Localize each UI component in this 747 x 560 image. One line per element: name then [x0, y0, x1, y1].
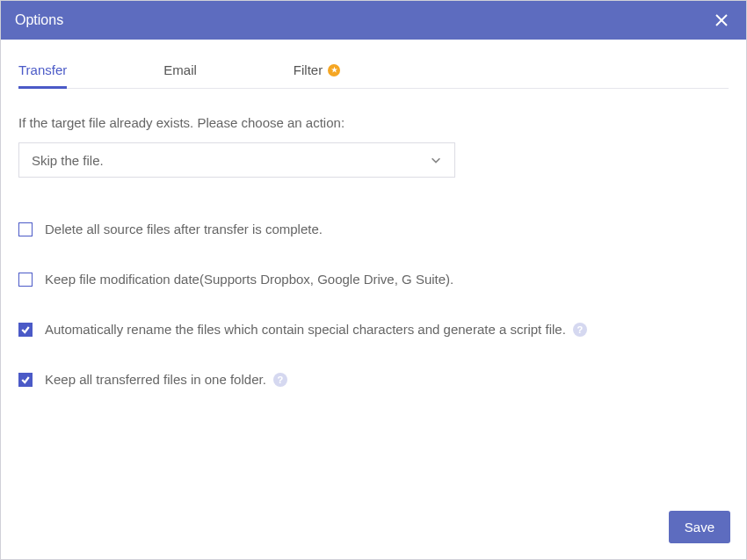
option-text: Automatically rename the files which con…: [45, 322, 566, 337]
option-text: Delete all source files after transfer i…: [45, 222, 323, 236]
option-label: Keep all transferred files in one folder…: [45, 372, 287, 387]
action-select-value: Skip the file.: [32, 153, 430, 168]
option-delete-source: Delete all source files after transfer i…: [18, 222, 729, 236]
close-button[interactable]: [711, 10, 732, 31]
help-icon[interactable]: ?: [273, 373, 287, 387]
tab-label: Transfer: [18, 62, 67, 77]
dialog-footer: Save: [669, 511, 730, 543]
help-icon[interactable]: ?: [573, 323, 587, 337]
checkbox-delete-source[interactable]: [18, 222, 33, 236]
save-button[interactable]: Save: [669, 511, 730, 543]
option-text: Keep file modification date(Supports Dro…: [45, 272, 453, 287]
option-one-folder: Keep all transferred files in one folder…: [18, 372, 729, 387]
star-badge-icon: [328, 64, 340, 76]
option-label: Delete all source files after transfer i…: [45, 222, 323, 236]
tab-transfer[interactable]: Transfer: [18, 52, 67, 88]
action-prompt: If the target file already exists. Pleas…: [18, 115, 729, 130]
checkbox-keep-mod-date[interactable]: [18, 273, 33, 287]
tab-filter[interactable]: Filter: [294, 52, 340, 88]
checkbox-one-folder[interactable]: [18, 373, 33, 387]
chevron-down-icon: [430, 154, 442, 166]
tab-label: Filter: [294, 62, 323, 77]
tabs-container: Transfer Email Filter: [1, 40, 746, 89]
action-select[interactable]: Skip the file.: [18, 142, 455, 178]
option-text: Keep all transferred files in one folder…: [45, 372, 266, 387]
close-icon: [714, 13, 729, 27]
options-dialog: Options Transfer Email Filter If the tar…: [0, 0, 747, 560]
tab-email[interactable]: Email: [163, 52, 197, 88]
tab-label: Email: [163, 62, 197, 77]
option-label: Automatically rename the files which con…: [45, 322, 587, 337]
option-auto-rename: Automatically rename the files which con…: [18, 322, 729, 337]
tab-content-transfer: If the target file already exists. Pleas…: [1, 89, 746, 559]
dialog-title: Options: [15, 12, 63, 28]
dialog-header: Options: [1, 1, 746, 40]
option-keep-mod-date: Keep file modification date(Supports Dro…: [18, 272, 729, 287]
checkbox-auto-rename[interactable]: [18, 323, 33, 337]
tabs: Transfer Email Filter: [18, 52, 729, 89]
option-label: Keep file modification date(Supports Dro…: [45, 272, 453, 287]
